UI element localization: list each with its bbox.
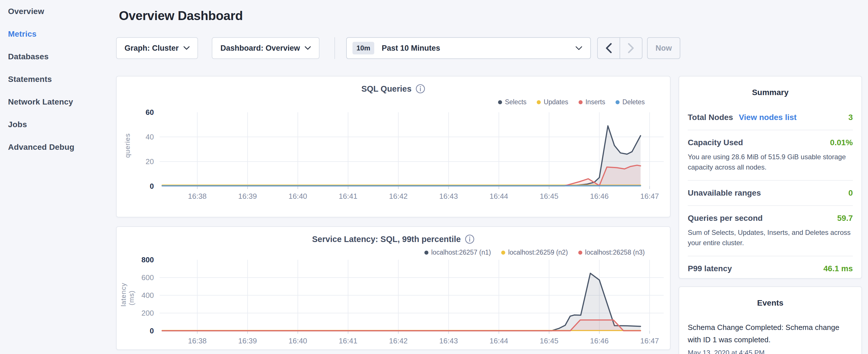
page-title: Overview Dashboard [119,9,243,23]
legend-dot-icon [425,251,428,255]
next-time-button[interactable] [620,38,642,58]
dashboard-dropdown[interactable]: Dashboard: Overview [212,37,319,59]
summary-metric-label: Unavailable ranges [688,189,761,198]
svg-text:16:39: 16:39 [238,336,257,345]
legend-item-localhost-26258-n3: localhost:26258 (n3) [578,249,645,256]
svg-text:40: 40 [146,133,154,141]
summary-metric-value: 46.1 ms [823,264,853,273]
legend-label: localhost:26258 (n3) [585,249,645,256]
chevron-right-icon [627,43,634,53]
events-list: Schema Change Completed: Schema change w… [688,321,853,354]
legend-dot-icon [579,100,583,104]
event-item[interactable]: Schema Change Completed: Schema change w… [688,321,853,354]
svg-text:16:42: 16:42 [389,192,407,200]
toolbar-divider [334,37,335,59]
sidebar-item-advanced-debug[interactable]: Advanced Debug [0,136,115,158]
svg-text:16:47: 16:47 [640,192,659,200]
chevron-left-icon [605,43,612,53]
event-timestamp: May 13, 2020 at 4:45 PM [688,349,853,354]
svg-text:20: 20 [146,157,154,166]
sidebar: OverviewMetricsDatabasesStatementsNetwor… [0,0,115,354]
sidebar-item-metrics[interactable]: Metrics [0,23,115,45]
svg-text:16:46: 16:46 [590,336,609,345]
legend-label: Deletes [622,98,645,106]
svg-text:16:38: 16:38 [188,336,207,345]
event-message: Schema Change Completed: Schema change w… [688,321,853,346]
svg-text:16:42: 16:42 [389,336,407,345]
svg-text:16:41: 16:41 [339,192,358,200]
sidebar-item-overview[interactable]: Overview [0,0,115,23]
legend-dot-icon [616,100,620,104]
summary-panel: Summary Total NodesView nodes list3Capac… [679,76,862,279]
graph-dropdown-label: Graph: Cluster [124,44,179,53]
summary-metric-value: 0 [848,189,853,198]
time-step-buttons [597,37,643,59]
legend-dot-icon [498,100,502,104]
summary-rows: Total NodesView nodes list3Capacity Used… [688,105,853,281]
legend-item-localhost-26257-n1: localhost:26257 (n1) [425,249,491,256]
svg-text:16:39: 16:39 [238,192,257,200]
svg-text:16:43: 16:43 [439,336,458,345]
svg-text:16:38: 16:38 [188,192,207,200]
sidebar-item-jobs[interactable]: Jobs [0,113,115,136]
now-button[interactable]: Now [647,37,680,59]
svg-text:0: 0 [150,182,154,190]
graph-dropdown[interactable]: Graph: Cluster [116,37,198,59]
summary-row-capacity-used: Capacity Used0.01%You are using 28.6 MiB… [688,130,853,180]
time-window-picker[interactable]: 10m Past 10 Minutes [346,37,591,59]
sidebar-item-databases[interactable]: Databases [0,45,115,68]
svg-text:16:43: 16:43 [439,192,458,200]
legend-label: Selects [505,98,526,106]
svg-text:16:45: 16:45 [540,336,559,345]
svg-text:200: 200 [142,309,154,317]
legend-item-localhost-26259-n2: localhost:26259 (n2) [501,249,568,256]
sidebar-item-statements[interactable]: Statements [0,68,115,91]
summary-metric-label: Capacity Used [688,138,743,147]
legend-item-selects: Selects [498,98,526,106]
legend-dot-icon [578,251,582,255]
summary-metric-label: P99 latency [688,264,732,273]
chevron-down-icon [183,46,190,50]
legend-item-deletes: Deletes [616,98,645,106]
time-window-label: Past 10 Minutes [382,44,440,53]
svg-text:16:40: 16:40 [288,192,307,200]
legend-dot-icon [501,251,505,255]
svg-text:16:40: 16:40 [288,336,307,345]
events-title: Events [679,298,861,308]
svg-text:0: 0 [150,326,154,335]
chart-legend: localhost:26257 (n1)localhost:26259 (n2)… [425,249,645,256]
events-panel: Events Schema Change Completed: Schema c… [679,286,862,354]
view-nodes-link[interactable]: View nodes list [739,113,797,122]
sidebar-item-network-latency[interactable]: Network Latency [0,91,115,113]
info-icon[interactable] [465,234,474,244]
summary-metric-value: 59.7 [837,214,853,223]
legend-label: localhost:26259 (n2) [508,249,568,256]
svg-text:600: 600 [142,273,154,282]
time-window-badge: 10m [352,42,374,55]
legend-item-updates: Updates [537,98,568,106]
sql-queries-chart-card: SQL Queries SelectsUpdatesInsertsDeletes… [116,76,671,217]
summary-metric-value: 0.01% [830,138,853,147]
svg-text:16:47: 16:47 [640,336,659,345]
dashboard-dropdown-label: Dashboard: Overview [220,44,300,53]
y-axis-title: latency (ms) [120,289,135,307]
sql-queries-plot[interactable]: 16:3816:3916:4016:4116:4216:4316:4416:45… [117,109,666,204]
chevron-down-icon [305,46,311,50]
svg-text:16:45: 16:45 [540,192,559,200]
summary-title: Summary [679,88,861,97]
summary-metric-note: Sum of Selects, Updates, Inserts, and De… [688,227,853,248]
svg-text:16:46: 16:46 [590,192,609,200]
chart-title: Service Latency: SQL, 99th percentile [312,234,461,244]
info-icon[interactable] [415,84,425,94]
service-latency-plot[interactable]: 16:3816:3916:4016:4116:4216:4316:4416:45… [117,257,666,351]
prev-time-button[interactable] [598,38,620,58]
summary-row-queries-per-second: Queries per second59.7Sum of Selects, Up… [688,205,853,256]
summary-metric-label: Queries per second [688,214,763,223]
legend-label: Inserts [585,98,605,106]
svg-text:400: 400 [142,291,154,299]
chart-legend: SelectsUpdatesInsertsDeletes [498,98,645,106]
app: OverviewMetricsDatabasesStatementsNetwor… [0,0,868,354]
legend-dot-icon [537,100,541,104]
legend-item-inserts: Inserts [579,98,605,106]
svg-text:16:44: 16:44 [490,336,508,345]
